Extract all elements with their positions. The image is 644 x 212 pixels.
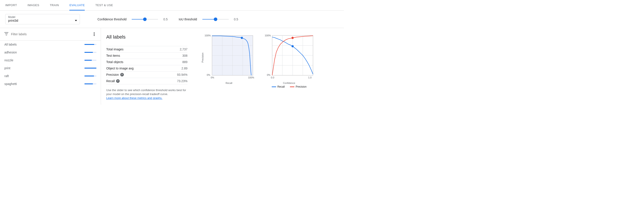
hint-text: Use the slider to see which confidence t… [106,88,192,100]
label-row-spaghetti[interactable]: spaghetti [0,80,101,88]
tick-label: 0% [211,76,214,79]
label-name: raft [4,74,9,78]
more-vert-icon[interactable] [92,31,96,38]
legend-swatch [272,87,276,87]
confidence-chart-xlabel: Confidence [283,82,295,84]
label-bar [84,84,96,84]
label-name: adhesion [4,51,17,54]
label-row-all-labels[interactable]: All labels [0,40,101,48]
label-bar [84,76,96,76]
chart-legend: RecallPrecision [272,85,307,88]
metric-key: Precision? [106,73,124,76]
metric-row: Object to image avg2.89 [106,65,188,71]
label-bar [84,60,96,61]
metric-value: 93.94% [177,73,188,76]
confidence-slider[interactable] [132,19,158,19]
label-row-raft[interactable]: raft [0,72,101,80]
metrics-column: All labels Total images2,737Test items30… [106,34,194,100]
label-list: All labelsadhesionnozzleprintraftspaghet… [0,40,101,88]
sidebar: All labelsadhesionnozzleprintraftspaghet… [0,28,101,105]
main: All labels Total images2,737Test items30… [101,28,344,105]
filter-row [0,28,101,40]
metric-key: Total images [106,48,124,51]
metric-value: 73.23% [177,79,188,83]
tab-import[interactable]: IMPORT [5,0,17,10]
svg-point-25 [292,37,294,39]
svg-point-12 [241,37,243,39]
confidence-chart-svg [264,34,314,80]
controls-row: Model print3d Confidence threshold 0.5 I… [0,10,344,28]
label-row-print[interactable]: print [0,64,101,72]
pr-chart-svg [204,34,254,80]
chevron-down-icon [75,20,77,21]
tab-test-use[interactable]: TEST & USE [95,0,113,10]
label-bar [84,68,96,69]
iou-value: 0.5 [234,17,240,21]
pr-chart: 100%0%0%100%Precision Recall [204,34,254,84]
tab-evaluate[interactable]: EVALUATE [69,0,85,10]
body: All labelsadhesionnozzleprintraftspaghet… [0,28,344,105]
tick-label: 0.0 [271,76,274,79]
filter-icon [4,32,8,36]
metric-row: Test items308 [106,52,188,59]
metric-value: 2.89 [182,67,188,70]
help-icon[interactable]: ? [120,73,124,76]
metric-key: Object to image avg [106,67,134,70]
confidence-slider-group: Confidence threshold 0.5 [98,17,170,21]
metric-value: 889 [182,60,188,64]
model-label: Model [8,15,77,19]
label-bar [84,44,96,45]
model-value: print3d [8,19,18,22]
metric-key: Test items [106,54,120,57]
tick-label: 100% [204,34,211,37]
label-name: nozzle [4,58,13,62]
confidence-value: 0.5 [163,17,170,21]
slider-thumb-icon[interactable] [143,17,146,21]
tick-label: 100% [248,76,254,79]
model-select[interactable]: Model print3d [5,14,80,24]
label-row-nozzle[interactable]: nozzle [0,56,101,64]
chart-ylabel: Precision [201,53,204,62]
tick-label: 100% [265,34,271,37]
svg-point-24 [292,45,294,47]
tab-train[interactable]: TRAIN [50,0,59,10]
label-name: All labels [4,43,17,46]
metric-key: Total objects [106,60,123,64]
metric-row: Total images2,737 [106,46,188,52]
label-row-adhesion[interactable]: adhesion [0,48,101,56]
legend-item: Precision [290,85,306,88]
metric-row: Recall?73.23% [106,78,188,84]
metric-row: Total objects889 [106,59,188,65]
confidence-label: Confidence threshold [98,17,126,21]
legend-label: Recall [278,85,285,88]
tick-label: 1.0 [308,76,312,79]
metric-value: 2,737 [180,48,188,51]
tab-images[interactable]: IMAGES [28,0,39,10]
metric-row: Precision?93.94% [106,71,188,78]
help-icon[interactable]: ? [116,79,120,83]
tab-bar: IMPORTIMAGESTRAINEVALUATETEST & USE [0,0,344,10]
legend-label: Precision [296,85,306,88]
label-name: print [4,66,10,70]
tick-label: 0% [207,74,210,76]
metric-value: 308 [182,54,188,57]
hint-body: Use the slider to see which confidence t… [106,89,186,96]
legend-swatch [290,87,294,87]
iou-slider-group: IoU threshold 0.5 [179,17,240,21]
label-bar [84,52,96,53]
confidence-chart: 100%0%0.01.0 Confidence RecallPrecision [264,34,314,88]
filter-input[interactable] [11,32,89,36]
metrics-title: All labels [106,34,194,40]
learn-more-link[interactable]: Learn more about these metrics and graph… [106,96,162,100]
metric-key: Recall? [106,79,120,83]
iou-slider[interactable] [202,19,229,19]
tick-label: 0% [267,74,270,76]
metrics-table: Total images2,737Test items308Total obje… [106,46,188,84]
iou-label: IoU threshold [179,17,197,21]
label-name: spaghetti [4,82,17,86]
legend-item: Recall [272,85,285,88]
slider-thumb-icon[interactable] [214,17,217,21]
pr-chart-xlabel: Recall [226,82,232,84]
